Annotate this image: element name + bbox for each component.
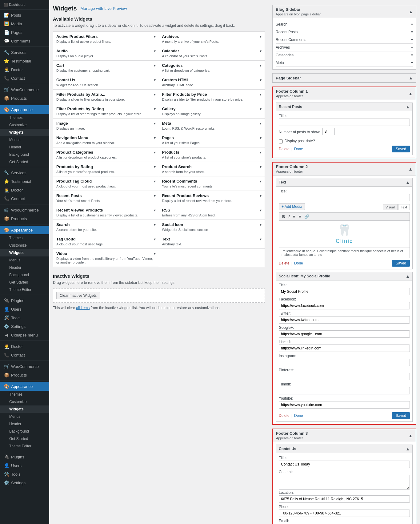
- sidebar-item-users[interactable]: 👤 Users: [0, 305, 49, 313]
- sidebar-sub-background3[interactable]: Background: [0, 428, 49, 435]
- sidebar-item-contact[interactable]: 📞 Contact: [0, 74, 49, 83]
- widget-item[interactable]: Recent Posts ▾ Your site's most recent P…: [53, 191, 159, 205]
- widget-item[interactable]: Text ▾ Arbitrary text.: [159, 234, 265, 249]
- widget-item[interactable]: Audio ▾ Displays an audio player.: [53, 46, 159, 61]
- widget-item[interactable]: Filter Products by Rating ▾ Display a li…: [53, 104, 159, 119]
- widget-item[interactable]: Filter Products by Attrib... ▾ Display a…: [53, 90, 159, 104]
- sidebar-sub-widgets2[interactable]: Widgets: [0, 249, 49, 256]
- sidebar-item-doctor2[interactable]: 👨‍⚕️ Doctor: [0, 186, 49, 194]
- blog-sidebar-item-chevron[interactable]: ▾: [411, 22, 413, 26]
- sidebar-item-testimonial[interactable]: ⭐ Testimonial: [0, 57, 49, 65]
- inactive-warning-link[interactable]: all items: [76, 306, 90, 310]
- sidebar-sub-menus3[interactable]: Menus: [0, 413, 49, 420]
- contct-phone-input[interactable]: [279, 510, 410, 517]
- sidebar-item-woocommerce[interactable]: 🛒 WooCommerce: [0, 85, 49, 94]
- instagram-input[interactable]: [279, 359, 410, 366]
- widget-chevron-icon[interactable]: ▾: [260, 63, 262, 68]
- widget-chevron-icon[interactable]: ▾: [154, 237, 156, 241]
- widget-item[interactable]: Products by Rating ▾ A list of your stor…: [53, 162, 159, 176]
- widget-chevron-icon[interactable]: ▾: [260, 179, 262, 183]
- widget-chevron-icon[interactable]: ▾: [260, 136, 262, 140]
- widget-item[interactable]: Filter Products by Price ▾ Display a sli…: [159, 90, 265, 104]
- widget-item[interactable]: Image ▾ Displays an image.: [53, 119, 159, 133]
- widget-chevron-icon[interactable]: ▾: [154, 208, 156, 212]
- sidebar-item-tools2[interactable]: 🛠️ Tools: [0, 470, 49, 478]
- sidebar-item-appearance3[interactable]: 🎨 Appearance: [0, 382, 49, 391]
- widget-item[interactable]: Navigation Menu ▾ Add a navigation menu …: [53, 133, 159, 147]
- contct-content-textarea[interactable]: [279, 475, 410, 490]
- sidebar-item-plugins[interactable]: 🔌 Plugins: [0, 296, 49, 305]
- widget-chevron-icon[interactable]: ▾: [154, 136, 156, 140]
- widget-item[interactable]: Active Product Filters ▾ Display a list …: [53, 32, 159, 46]
- sidebar-sub-customize3[interactable]: Customize: [0, 398, 49, 405]
- sidebar-item-settings[interactable]: ⚙️ Settings: [0, 322, 49, 331]
- inactive-drop-zone[interactable]: Clear Inactive Widgets: [53, 288, 265, 303]
- blog-sidebar-item-chevron[interactable]: ▾: [411, 61, 413, 65]
- recent-posts-title-input[interactable]: [279, 119, 410, 126]
- widget-chevron-icon[interactable]: ▾: [154, 78, 156, 82]
- contct-title-input[interactable]: [279, 461, 410, 468]
- sidebar-item-testimonial2[interactable]: ⭐ Testimonial: [0, 177, 49, 186]
- social-widget-header[interactable]: Social Icon: My Social Profile ▲: [276, 272, 413, 280]
- contct-location-input[interactable]: [279, 495, 410, 503]
- sidebar-sub-header[interactable]: Header: [0, 143, 49, 151]
- widget-chevron-icon[interactable]: ▾: [154, 150, 156, 155]
- widget-chevron-icon[interactable]: ▾: [154, 107, 156, 111]
- ol-btn[interactable]: ≡: [298, 214, 302, 220]
- sidebar-sub-widgets[interactable]: Widgets: [0, 129, 49, 136]
- sidebar-item-tools[interactable]: 🛠️ Tools: [0, 313, 49, 322]
- widget-chevron-icon[interactable]: ▾: [154, 252, 156, 256]
- blog-sidebar-item-chevron[interactable]: ▾: [411, 53, 413, 57]
- social-widget-delete-link[interactable]: Delete: [279, 413, 290, 418]
- blog-sidebar-chevron[interactable]: ▲: [409, 9, 413, 14]
- sidebar-sub-theme-editor3[interactable]: Theme Editor: [0, 442, 49, 450]
- sidebar-item-appearance[interactable]: 🎨 Appearance: [0, 105, 49, 114]
- widget-chevron-icon[interactable]: ▾: [154, 121, 156, 126]
- sidebar-item-collapse[interactable]: ◀ Collapse menu: [0, 331, 49, 339]
- widget-chevron-icon[interactable]: ▾: [260, 194, 262, 198]
- widget-item[interactable]: Product Search ▾ A search form for your …: [159, 162, 265, 176]
- widget-chevron-icon[interactable]: ▾: [154, 194, 156, 198]
- sidebar-item-woocommerce2[interactable]: 🛒 WooCommerce: [0, 206, 49, 214]
- visual-tab-btn[interactable]: Visual: [383, 204, 398, 210]
- page-sidebar-chevron[interactable]: ▲: [409, 75, 413, 80]
- sidebar-item-doctor[interactable]: 👨‍⚕️ Doctor: [0, 65, 49, 74]
- widget-chevron-icon[interactable]: ▾: [260, 121, 262, 126]
- widget-chevron-icon[interactable]: ▾: [260, 49, 262, 53]
- sidebar-item-comments[interactable]: 💬 Comments: [0, 37, 49, 45]
- ul-btn[interactable]: ≡: [292, 214, 297, 220]
- widget-item[interactable]: Gallery ▾ Displays an image gallery.: [159, 104, 265, 119]
- sidebar-sub-theme-editor2[interactable]: Theme Editor: [0, 286, 49, 293]
- widget-item[interactable]: Search ▾ A search form for your site.: [53, 220, 159, 234]
- pinterest-input[interactable]: [279, 373, 410, 380]
- display-date-checkbox[interactable]: [279, 139, 283, 143]
- sidebar-sub-get-started2[interactable]: Get Started: [0, 279, 49, 286]
- sidebar-item-contact3[interactable]: 📞 Contact: [0, 351, 49, 359]
- sidebar-item-settings2[interactable]: ⚙️ Settings: [0, 478, 49, 487]
- blog-sidebar-widget-item[interactable]: Search▾: [276, 21, 413, 28]
- blog-sidebar-widget-item[interactable]: Recent Comments▾: [276, 36, 413, 44]
- blog-sidebar-item-chevron[interactable]: ▾: [411, 38, 413, 42]
- sidebar-sub-background[interactable]: Background: [0, 151, 49, 158]
- widget-item[interactable]: Recent Product Reviews ▾ Display a list …: [159, 191, 265, 205]
- sidebar-item-users2[interactable]: 👤 Users: [0, 461, 49, 470]
- widget-item[interactable]: Social Icon ▾ Widget for Social icons se…: [159, 220, 265, 234]
- footer-col1-chevron[interactable]: ▲: [408, 91, 413, 96]
- widget-chevron-icon[interactable]: ▾: [154, 63, 156, 68]
- sidebar-sub-widgets3[interactable]: Widgets: [0, 405, 49, 413]
- contct-us-collapse-icon[interactable]: ▲: [406, 446, 410, 451]
- bold-btn[interactable]: B: [281, 214, 286, 220]
- widget-chevron-icon[interactable]: ▾: [154, 92, 156, 97]
- blog-sidebar-widget-item[interactable]: Recent Posts▾: [276, 28, 413, 36]
- widget-item[interactable]: Archives ▾ A monthly archive of your sit…: [159, 32, 265, 46]
- blog-sidebar-widget-item[interactable]: Meta▾: [276, 59, 413, 67]
- sidebar-sub-themes2[interactable]: Themes: [0, 234, 49, 242]
- tumblr-input[interactable]: [279, 387, 410, 394]
- recent-posts-save-btn[interactable]: Saved: [392, 146, 410, 152]
- recent-posts-widget-header[interactable]: Recent Posts ▲: [276, 103, 413, 111]
- widget-item[interactable]: Recent Comments ▾ Your site's most recen…: [159, 176, 265, 191]
- linkedin-input[interactable]: [279, 345, 410, 352]
- widget-chevron-icon[interactable]: ▾: [260, 78, 262, 82]
- sidebar-sub-themes3[interactable]: Themes: [0, 391, 49, 398]
- sidebar-sub-get-started3[interactable]: Get Started: [0, 435, 49, 442]
